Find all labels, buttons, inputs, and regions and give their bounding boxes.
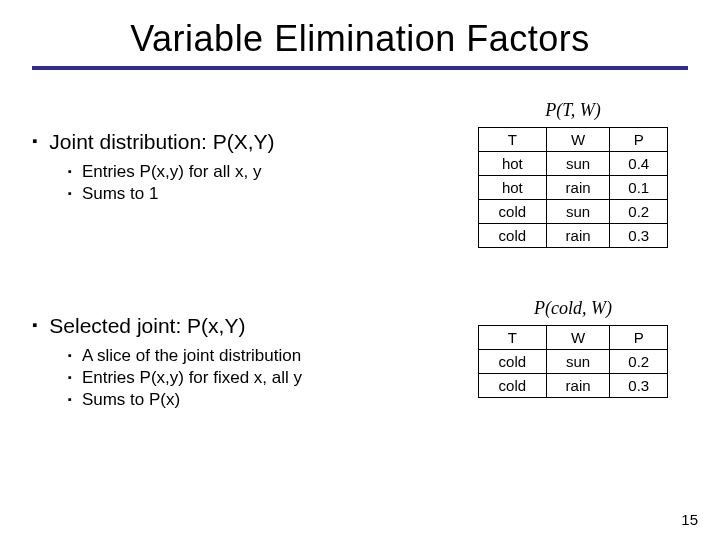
td: cold (479, 200, 547, 224)
section-2-list: A slice of the joint distribution Entrie… (32, 346, 438, 410)
td: cold (479, 224, 547, 248)
th: T (479, 128, 547, 152)
list-item: Sums to 1 (68, 184, 438, 204)
td: 0.3 (610, 374, 668, 398)
list-item: Entries P(x,y) for all x, y (68, 162, 438, 182)
td: 0.4 (610, 152, 668, 176)
table-row: T W P (479, 128, 668, 152)
table-row: cold sun 0.2 (479, 350, 668, 374)
td: hot (479, 152, 547, 176)
page-title: Variable Elimination Factors (32, 18, 688, 60)
section-head-2: Selected joint: P(x,Y) (32, 314, 438, 338)
list-item: Entries P(x,y) for fixed x, all y (68, 368, 438, 388)
td: 0.2 (610, 200, 668, 224)
section-head-2-text: Selected joint: P(x,Y) (49, 314, 245, 338)
table-row: cold rain 0.3 (479, 374, 668, 398)
left-column: Joint distribution: P(X,Y) Entries P(x,y… (32, 90, 438, 450)
slide: Variable Elimination Factors Joint distr… (0, 0, 720, 540)
th: P (610, 128, 668, 152)
table-joint: T W P hot sun 0.4 hot rain 0.1 cold sun (478, 127, 668, 248)
th: P (610, 326, 668, 350)
th: W (546, 326, 610, 350)
th: W (546, 128, 610, 152)
title-rule (32, 66, 688, 70)
table-row: cold sun 0.2 (479, 200, 668, 224)
td: sun (546, 200, 610, 224)
td: 0.2 (610, 350, 668, 374)
td: rain (546, 176, 610, 200)
th: T (479, 326, 547, 350)
formula-2: P(cold, W) (534, 298, 612, 319)
td: sun (546, 152, 610, 176)
td: cold (479, 374, 547, 398)
list-item: Sums to P(x) (68, 390, 438, 410)
page-number: 15 (681, 511, 698, 528)
table-row: T W P (479, 326, 668, 350)
td: 0.1 (610, 176, 668, 200)
table-row: cold rain 0.3 (479, 224, 668, 248)
formula-1: P(T, W) (545, 100, 601, 121)
table-row: hot sun 0.4 (479, 152, 668, 176)
table-row: hot rain 0.1 (479, 176, 668, 200)
right-column: P(T, W) T W P hot sun 0.4 hot rain 0.1 (458, 90, 688, 450)
section-head-1: Joint distribution: P(X,Y) (32, 130, 438, 154)
content-row: Joint distribution: P(X,Y) Entries P(x,y… (32, 90, 688, 450)
table-selected: T W P cold sun 0.2 cold rain 0.3 (478, 325, 668, 398)
section-1-list: Entries P(x,y) for all x, y Sums to 1 (32, 162, 438, 204)
td: hot (479, 176, 547, 200)
td: rain (546, 224, 610, 248)
td: 0.3 (610, 224, 668, 248)
section-head-1-text: Joint distribution: P(X,Y) (49, 130, 274, 154)
td: cold (479, 350, 547, 374)
td: rain (546, 374, 610, 398)
list-item: A slice of the joint distribution (68, 346, 438, 366)
td: sun (546, 350, 610, 374)
